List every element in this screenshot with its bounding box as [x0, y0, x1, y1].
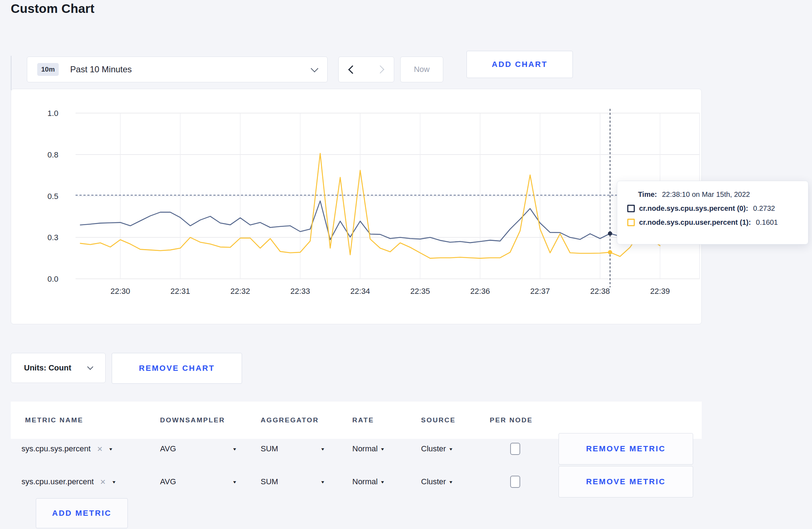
chevron-down-icon: [87, 364, 93, 370]
aggregator-select[interactable]: SUM ▾: [261, 432, 324, 465]
tooltip-series-value: 0.2732: [753, 204, 775, 213]
next-time-button[interactable]: [366, 57, 394, 82]
prev-time-button[interactable]: [339, 57, 366, 82]
chevron-down-icon: [311, 64, 318, 72]
caret-down-icon: ▾: [233, 479, 236, 485]
downsampler-value: AVG: [160, 444, 176, 453]
source-select[interactable]: Cluster ▾: [421, 432, 452, 465]
series-swatch-icon: [627, 219, 635, 226]
y-tick-label: 0.3: [47, 233, 58, 242]
time-window-select[interactable]: 10m Past 10 Minutes: [27, 57, 328, 82]
per-node-checkbox[interactable]: [510, 476, 520, 488]
aggregator-value: SUM: [261, 444, 278, 453]
tooltip-time-label: Time:: [638, 190, 657, 199]
x-tick-label: 22:37: [530, 287, 550, 296]
metric-row: sys.cpu.user.percent × ▾ AVG ▾ SUM ▾ Nor…: [11, 465, 702, 498]
tooltip-series-label: cr.node.sys.cpu.sys.percent (0):: [639, 204, 748, 213]
aggregator-select[interactable]: SUM ▾: [261, 465, 324, 498]
source-value: Cluster: [421, 444, 446, 453]
tooltip-series-row: cr.node.sys.cpu.sys.percent (0): 0.2732: [627, 204, 799, 213]
downsampler-select[interactable]: AVG ▾: [160, 465, 236, 498]
caret-down-icon: ▾: [381, 446, 384, 452]
x-tick-label: 22:33: [290, 287, 310, 296]
rate-value: Normal: [352, 444, 378, 453]
units-label: Units: Count: [24, 363, 71, 373]
x-tick-label: 22:39: [650, 287, 670, 296]
rate-select[interactable]: Normal ▾: [352, 465, 383, 498]
rate-select[interactable]: Normal ▾: [352, 432, 383, 465]
chart-tooltip: Time: 22:38:10 on Mar 15th, 2022 cr.node…: [617, 181, 808, 244]
x-tick-label: 22:32: [230, 287, 250, 296]
clear-metric-icon[interactable]: ×: [100, 476, 106, 487]
hover-point-0: [608, 232, 612, 236]
x-tick-label: 22:35: [410, 287, 430, 296]
caret-down-icon: ▾: [112, 479, 115, 485]
per-node-checkbox[interactable]: [510, 443, 520, 455]
tooltip-series-label: cr.node.sys.cpu.user.percent (1):: [639, 218, 751, 227]
caret-down-icon: ▾: [233, 446, 236, 452]
time-nav-group: [338, 57, 394, 82]
caret-down-icon: ▾: [449, 446, 452, 452]
metric-name-value: sys.cpu.user.percent: [21, 477, 94, 486]
page-title: Custom Chart: [11, 1, 95, 16]
x-tick-label: 22:38: [590, 287, 610, 296]
chevron-left-icon: [348, 65, 357, 74]
series-line-1: [80, 154, 660, 258]
downsampler-value: AVG: [160, 477, 176, 486]
y-tick-label: 0.8: [47, 150, 58, 159]
y-tick-label: 0.5: [47, 192, 58, 201]
toolbar-accent-divider: [11, 56, 11, 90]
now-button[interactable]: Now: [400, 57, 443, 82]
caret-down-icon: ▾: [322, 479, 324, 485]
y-tick-label: 1.0: [47, 109, 58, 118]
time-window-label: Past 10 Minutes: [70, 64, 132, 74]
series-swatch-icon: [627, 205, 635, 212]
x-tick-label: 22:31: [170, 287, 190, 296]
x-tick-label: 22:34: [350, 287, 370, 296]
tooltip-time-row: Time: 22:38:10 on Mar 15th, 2022: [627, 190, 799, 199]
chart-plot[interactable]: 0.00.30.50.81.022:3022:3122:3222:3322:34…: [11, 89, 701, 324]
source-select[interactable]: Cluster ▾: [421, 465, 452, 498]
caret-down-icon: ▾: [110, 446, 112, 452]
downsampler-select[interactable]: AVG ▾: [160, 432, 236, 465]
caret-down-icon: ▾: [322, 446, 324, 452]
caret-down-icon: ▾: [449, 479, 452, 485]
add-chart-button[interactable]: ADD CHART: [467, 51, 573, 78]
metric-name-value: sys.cpu.sys.percent: [21, 444, 91, 453]
chart-card: 0.00.30.50.81.022:3022:3122:3222:3322:34…: [11, 89, 702, 324]
rate-value: Normal: [352, 477, 378, 486]
metric-name-select[interactable]: sys.cpu.user.percent × ▾: [21, 465, 115, 498]
x-tick-label: 22:36: [470, 287, 490, 296]
units-select[interactable]: Units: Count: [11, 353, 106, 383]
hover-point-1: [608, 250, 612, 254]
tooltip-series-row: cr.node.sys.cpu.user.percent (1): 0.1601: [627, 218, 799, 227]
y-tick-label: 0.0: [47, 275, 58, 283]
aggregator-value: SUM: [261, 477, 278, 486]
caret-down-icon: ▾: [381, 479, 384, 485]
metric-row: sys.cpu.sys.percent × ▾ AVG ▾ SUM ▾ Norm…: [11, 432, 702, 465]
remove-metric-button[interactable]: REMOVE METRIC: [559, 466, 693, 498]
remove-metric-button[interactable]: REMOVE METRIC: [559, 433, 693, 465]
tooltip-time-value: 22:38:10 on Mar 15th, 2022: [662, 190, 750, 199]
tooltip-series-value: 0.1601: [756, 218, 778, 227]
remove-chart-button[interactable]: REMOVE CHART: [112, 353, 242, 384]
clear-metric-icon[interactable]: ×: [97, 443, 102, 455]
source-value: Cluster: [421, 477, 446, 486]
metric-name-select[interactable]: sys.cpu.sys.percent × ▾: [21, 432, 112, 465]
add-metric-button[interactable]: ADD METRIC: [36, 498, 128, 528]
chevron-right-icon: [376, 65, 384, 74]
x-tick-label: 22:30: [110, 287, 130, 296]
time-window-badge: 10m: [37, 63, 59, 76]
